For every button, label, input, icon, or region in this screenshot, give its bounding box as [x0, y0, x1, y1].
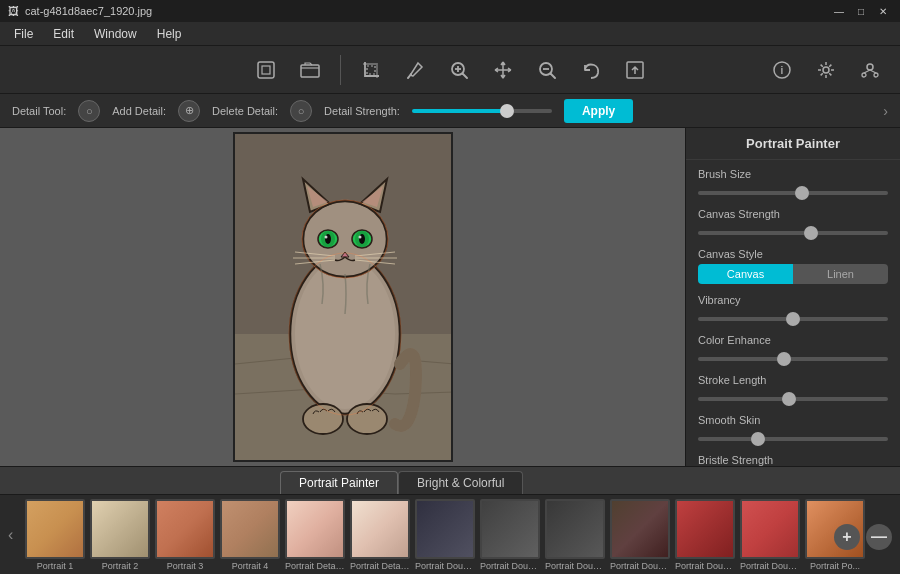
zoom-in-button[interactable]	[441, 52, 477, 88]
list-item[interactable]: Portrait 2	[89, 499, 151, 571]
menu-file[interactable]: File	[4, 25, 43, 43]
tab-bright-colorful[interactable]: Bright & Colorful	[398, 471, 523, 494]
thumbnail-label: Portrait Details 2	[350, 561, 410, 571]
list-item[interactable]: Portrait Double 3	[544, 499, 606, 571]
detail-strength-slider[interactable]	[412, 109, 552, 113]
thumbnail-label: Portrait 4	[232, 561, 269, 571]
color-enhance-slider[interactable]	[698, 357, 888, 361]
list-item[interactable]: Portrait Details 2	[349, 499, 411, 571]
move-button[interactable]	[485, 52, 521, 88]
delete-detail-circle[interactable]: ○	[290, 100, 312, 122]
vibrancy-label: Vibrancy	[698, 294, 888, 306]
home-button[interactable]	[248, 52, 284, 88]
stroke-length-label: Stroke Length	[698, 374, 888, 386]
svg-point-39	[324, 236, 327, 239]
thumbnail-label: Portrait Details 1	[285, 561, 345, 571]
add-detail-circle[interactable]: ⊕	[178, 100, 200, 122]
subtoolbar: Detail Tool: ○ Add Detail: ⊕ Delete Deta…	[0, 94, 900, 128]
vibrancy-slider[interactable]	[698, 317, 888, 321]
list-item[interactable]: Portrait Double 2	[479, 499, 541, 571]
thumbnail-label: Portrait 1	[37, 561, 74, 571]
thumbnail-image	[740, 499, 800, 559]
minimize-button[interactable]: —	[830, 3, 848, 19]
color-enhance-label: Color Enhance	[698, 334, 888, 346]
svg-point-17	[874, 73, 878, 77]
svg-point-44	[358, 236, 361, 239]
bristle-strength-group: Bristle Strength	[698, 454, 888, 466]
svg-rect-1	[262, 66, 270, 74]
smooth-skin-group: Smooth Skin	[698, 414, 888, 444]
apply-button[interactable]: Apply	[564, 99, 633, 123]
menu-help[interactable]: Help	[147, 25, 192, 43]
brush-button[interactable]	[397, 52, 433, 88]
bottom-chevron-icon[interactable]: ‹	[8, 526, 13, 544]
svg-text:i: i	[781, 65, 784, 76]
thumbnail-image	[90, 499, 150, 559]
add-preset-button[interactable]: +	[834, 524, 860, 550]
thumbnail-image	[285, 499, 345, 559]
image-canvas	[233, 132, 453, 462]
titlebar-controls[interactable]: — □ ✕	[830, 3, 892, 19]
smooth-skin-label: Smooth Skin	[698, 414, 888, 426]
menubar: File Edit Window Help	[0, 22, 900, 46]
list-item[interactable]: Portrait Double 6	[739, 499, 801, 571]
vibrancy-group: Vibrancy	[698, 294, 888, 324]
list-item[interactable]: Portrait Double 4	[609, 499, 671, 571]
tab-portrait-painter[interactable]: Portrait Painter	[280, 471, 398, 494]
app-icon: 🖼	[8, 5, 19, 17]
zoom-out-button[interactable]	[529, 52, 565, 88]
remove-preset-button[interactable]: —	[866, 524, 892, 550]
bristle-strength-label: Bristle Strength	[698, 454, 888, 466]
close-button[interactable]: ✕	[874, 3, 892, 19]
thumbnail-image	[155, 499, 215, 559]
thumbnail-image	[480, 499, 540, 559]
undo-button[interactable]	[573, 52, 609, 88]
list-item[interactable]: Portrait Double 1	[414, 499, 476, 571]
list-item[interactable]: Portrait Details 1	[284, 499, 346, 571]
list-item[interactable]: Portrait 3	[154, 499, 216, 571]
brush-size-label: Brush Size	[698, 168, 888, 180]
thumbnail-label: Portrait Double 5	[675, 561, 735, 571]
crop-button[interactable]	[353, 52, 389, 88]
menu-window[interactable]: Window	[84, 25, 147, 43]
thumbnail-image	[350, 499, 410, 559]
svg-point-38	[325, 234, 331, 244]
canvas-style-linen[interactable]: Linen	[793, 264, 888, 284]
thumbnail-label: Portrait 2	[102, 561, 139, 571]
svg-point-14	[823, 67, 829, 73]
canvas-style-toggle: Canvas Linen	[698, 264, 888, 284]
smooth-skin-slider[interactable]	[698, 437, 888, 441]
canvas-style-label: Canvas Style	[698, 248, 888, 260]
cat-image-placeholder	[235, 134, 451, 460]
settings-button[interactable]	[808, 52, 844, 88]
info-button[interactable]: i	[764, 52, 800, 88]
toolbar-separator	[340, 55, 341, 85]
thumbnail-image	[610, 499, 670, 559]
stroke-length-slider[interactable]	[698, 397, 888, 401]
list-item[interactable]: Portrait 1	[24, 499, 86, 571]
thumbnail-image	[415, 499, 475, 559]
thumbnail-label: Portrait Double 4	[610, 561, 670, 571]
detail-strength-label: Detail Strength:	[324, 105, 400, 117]
maximize-button[interactable]: □	[852, 3, 870, 19]
list-item[interactable]: Portrait Double 5	[674, 499, 736, 571]
tabs-bar: Portrait Painter Bright & Colorful	[0, 466, 900, 494]
svg-rect-3	[367, 66, 375, 74]
detail-tool-circle[interactable]: ○	[78, 100, 100, 122]
thumbnail-label: Portrait Double 6	[740, 561, 800, 571]
main-area: Portrait Painter Brush Size Canvas Stren…	[0, 128, 900, 466]
chevron-right-icon[interactable]: ›	[883, 103, 888, 119]
canvas-area[interactable]	[0, 128, 685, 466]
brush-size-slider[interactable]	[698, 191, 888, 195]
menu-edit[interactable]: Edit	[43, 25, 84, 43]
thumbnail-label: Portrait Double 3	[545, 561, 605, 571]
thumbnail-label: Portrait 3	[167, 561, 204, 571]
detail-tool-label: Detail Tool:	[12, 105, 66, 117]
canvas-style-canvas[interactable]: Canvas	[698, 264, 793, 284]
canvas-strength-slider[interactable]	[698, 231, 888, 235]
open-button[interactable]	[292, 52, 328, 88]
list-item[interactable]: Portrait 4	[219, 499, 281, 571]
export-button[interactable]	[617, 52, 653, 88]
share-button[interactable]	[852, 52, 888, 88]
cat-artwork	[235, 134, 453, 462]
